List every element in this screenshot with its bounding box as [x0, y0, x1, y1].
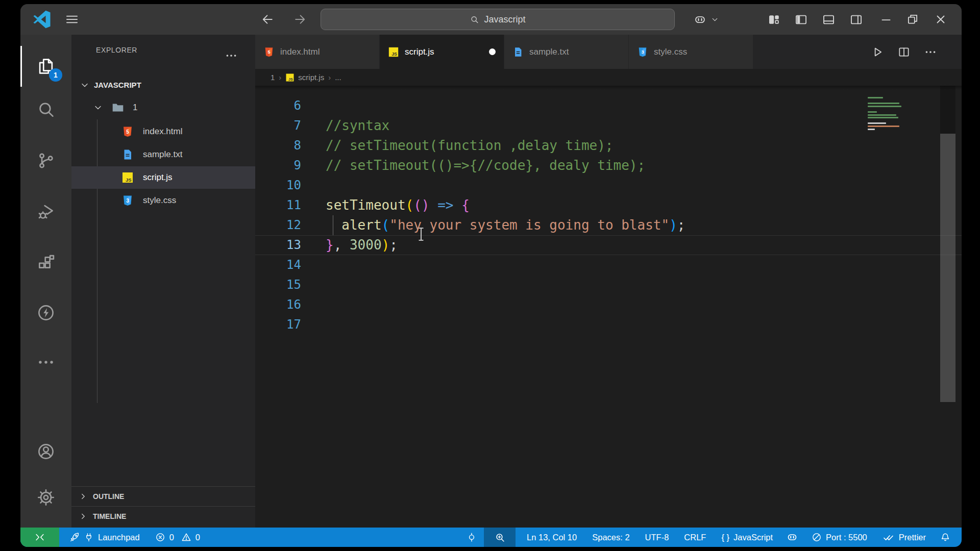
code-line-10[interactable]: 10 [255, 176, 962, 195]
notifications-item[interactable] [940, 532, 950, 542]
toggle-sidebar-icon[interactable] [794, 13, 808, 27]
tab-style.css[interactable]: 3style.css [629, 35, 753, 69]
restore-button[interactable] [906, 13, 919, 26]
folder-icon [111, 101, 125, 114]
account-icon [36, 442, 56, 461]
js-file-icon: JS [388, 46, 399, 58]
code-line-16[interactable]: 16 [255, 295, 962, 315]
activity-item-thunder-client[interactable] [32, 298, 60, 327]
eol-item[interactable]: CRLF [684, 533, 706, 542]
scrollbar-thumb[interactable] [940, 134, 955, 402]
folder-row[interactable]: 1 [71, 96, 255, 119]
activity-item-run-debug[interactable] [32, 197, 60, 226]
svg-text:JS: JS [126, 177, 132, 183]
workspace-name: JAVASCRIPT [94, 81, 141, 89]
breadcrumb-segment[interactable]: ... [335, 73, 341, 82]
minimize-button[interactable] [879, 13, 893, 26]
activity-item-accounts[interactable] [32, 437, 60, 466]
copilot-icon [786, 531, 798, 543]
formatter-label: Prettier [899, 533, 926, 542]
tab-label: sample.txt [529, 47, 569, 57]
breadcrumb-separator: › [279, 73, 281, 82]
cursor-position[interactable]: Ln 13, Col 10 [527, 533, 577, 542]
minimap-line [868, 129, 875, 130]
breadcrumb-segment[interactable]: 1 [271, 73, 275, 82]
toggle-secondary-sidebar-icon[interactable] [849, 13, 863, 27]
formatter-item[interactable]: Prettier [883, 531, 926, 543]
minimap[interactable] [868, 97, 919, 131]
code-editor[interactable]: 67//syntax8// setTimeout(function ,delay… [255, 86, 962, 528]
modified-dot[interactable] [489, 48, 496, 55]
chevron-down-icon [80, 80, 90, 90]
copilot-status-item[interactable] [786, 531, 798, 543]
zoom-indicator[interactable] [484, 528, 516, 547]
line-number: 15 [255, 275, 301, 295]
minimap-line [868, 126, 899, 127]
customize-layout-icon[interactable] [768, 13, 781, 27]
workspace-row[interactable]: JAVASCRIPT [71, 76, 255, 94]
tab-label: index.html [280, 47, 320, 57]
gear-icon [36, 488, 56, 507]
breadcrumb-segment[interactable]: JSscript.js [285, 73, 324, 82]
status-bar: Launchpad 0 0 Ln 13, Col 10 Spaces: 2 UT… [20, 528, 962, 547]
minimap-line [868, 97, 883, 98]
breadcrumb[interactable]: 1›JSscript.js›... [255, 69, 962, 86]
menu-hamburger-icon[interactable] [64, 12, 80, 27]
split-editor-button[interactable] [897, 45, 911, 59]
tab-sample.txt[interactable]: sample.txt [504, 35, 629, 69]
line-number: 14 [255, 255, 301, 275]
chevron-down-icon[interactable] [710, 15, 719, 24]
code-line-8[interactable]: 8// setTimeout(function ,delay time); [255, 136, 962, 156]
code-line-15[interactable]: 15 [255, 275, 962, 295]
chevron-right-icon [79, 512, 88, 521]
indentation-item[interactable]: Spaces: 2 [592, 533, 629, 542]
tab-bar: 5index.htmlJSscript.jssample.txt3style.c… [255, 35, 962, 69]
encoding-item[interactable]: UTF-8 [645, 533, 669, 542]
explorer-more-actions-icon[interactable] [225, 49, 238, 62]
run-debug-icon [36, 202, 56, 221]
thunder-icon [36, 303, 56, 322]
code-line-11[interactable]: 11setTimeout(() => { [255, 195, 962, 215]
activity-item-more[interactable] [32, 348, 60, 377]
code-line-7[interactable]: 7//syntax [255, 116, 962, 136]
code-line-13[interactable]: 13}, 3000); [255, 235, 962, 255]
command-center-search[interactable]: Javascript [321, 9, 675, 30]
code-line-14[interactable]: 14 [255, 255, 962, 275]
activity-item-settings[interactable] [32, 483, 60, 512]
section-timeline[interactable]: TIMELINE [71, 506, 255, 526]
tab-index.html[interactable]: 5index.html [255, 35, 380, 69]
more-actions-button[interactable] [924, 45, 937, 59]
activity-item-search[interactable] [32, 95, 60, 124]
copilot-icon[interactable] [693, 13, 707, 27]
activity-item-explorer[interactable]: 1 [32, 52, 60, 81]
back-arrow-icon[interactable] [260, 12, 275, 27]
remote-indicator[interactable] [20, 528, 59, 547]
file-item-sample.txt[interactable]: sample.txt [71, 143, 255, 166]
line-content: alert("hey your system is going to blast… [326, 215, 685, 235]
close-button[interactable] [934, 13, 947, 26]
tab-script.js[interactable]: JSscript.js [380, 35, 504, 69]
forward-arrow-icon[interactable] [293, 12, 307, 27]
launchpad-item[interactable]: Launchpad [69, 532, 140, 542]
title-bar: Javascript [20, 4, 962, 35]
language-item[interactable]: { } JavaScript [721, 533, 773, 542]
line-number: 10 [255, 176, 301, 195]
code-line-9[interactable]: 9// setTimeout(()=>{//code}, dealy time)… [255, 156, 962, 176]
code-line-12[interactable]: 12 alert("hey your system is going to bl… [255, 215, 962, 235]
toggle-panel-icon[interactable] [822, 13, 836, 27]
activity-item-source-control[interactable] [32, 146, 60, 175]
extensions-icon [36, 253, 56, 272]
tab-label: style.css [654, 47, 687, 57]
screencast-item[interactable] [467, 532, 477, 542]
file-item-script.js[interactable]: JSscript.js [71, 166, 255, 189]
run-button[interactable] [871, 45, 884, 59]
activity-item-extensions[interactable] [32, 248, 60, 277]
port-item[interactable]: Port : 5500 [812, 532, 867, 542]
section-outline[interactable]: OUTLINE [71, 486, 255, 506]
file-item-index.html[interactable]: 5index.html [71, 120, 255, 143]
problems-item[interactable]: 0 0 [155, 532, 200, 542]
code-line-17[interactable]: 17 [255, 315, 962, 335]
code-line-6[interactable]: 6 [255, 96, 962, 116]
explorer-badge: 1 [49, 68, 62, 82]
file-item-style.css[interactable]: 3style.css [71, 189, 255, 212]
